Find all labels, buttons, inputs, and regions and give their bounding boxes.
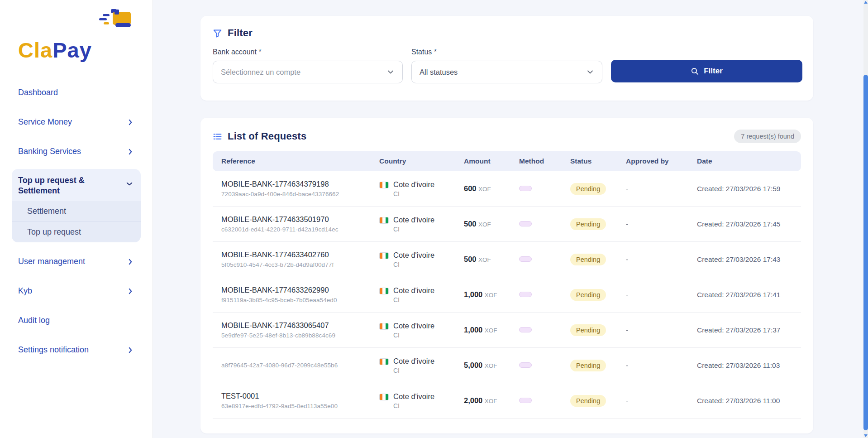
method-pill (519, 327, 532, 332)
reference-id: TEST-0001 (221, 392, 374, 400)
table-row[interactable]: MOBILE-BANK-1774633402760 5f05c910-4547-… (213, 242, 801, 277)
amount-value: 500 (464, 255, 477, 263)
column-header-country: Country (379, 157, 464, 165)
reference-id: MOBILE-BANK-1774634379198 (221, 180, 374, 188)
country-cell: Cote d'ivoire CI (379, 251, 464, 268)
sidebar-group-topup-settlement: Top up request & Settlement Settlement T… (12, 169, 141, 242)
amount-cell: 1,000 XOF (464, 290, 519, 299)
reference-cell: MOBILE-BANK-1774633262990 f915119a-3b85-… (221, 286, 379, 303)
list-icon (213, 132, 222, 141)
status-select-value: All statuses (420, 68, 458, 77)
amount-value: 1,000 (464, 326, 482, 334)
sidebar-item-label: Dashboard (18, 88, 58, 97)
reference-cell: MOBILE-BANK-1774633065407 5e9dfe97-5e25-… (221, 321, 379, 339)
sidebar-item-audit-log[interactable]: Audit log (12, 311, 141, 330)
sidebar-item-kyb[interactable]: Kyb (12, 282, 141, 300)
table-row[interactable]: a8f79645-42a7-4080-96d7-2099c48e55b6 Cot… (213, 348, 801, 383)
country-name: Cote d'ivoire (393, 251, 434, 260)
sidebar-item-banking-services[interactable]: Banking Services (12, 142, 141, 161)
column-header-method: Method (519, 157, 570, 165)
sidebar-item-settings-notification[interactable]: Settings notification (12, 341, 141, 359)
amount-value: 5,000 (464, 361, 482, 369)
table-row[interactable]: MOBILE-BANK-1774633262990 f915119a-3b85-… (213, 277, 801, 313)
clapay-logo-icon (98, 9, 133, 35)
sidebar-item-label: Top up request (27, 227, 81, 236)
status-field-group: Status * All statuses (411, 48, 602, 83)
date-cell: Created: 27/03/2026 17:43 (697, 255, 801, 264)
date-cell: Created: 27/03/2026 17:45 (697, 220, 801, 228)
method-pill (519, 256, 532, 262)
scrollbar-arrow-down-icon[interactable] (864, 434, 868, 437)
country-name: Cote d'ivoire (393, 180, 434, 189)
amount-cell: 5,000 XOF (464, 361, 519, 370)
scrollbar-arrow-up-icon[interactable] (864, 1, 868, 4)
cote-divoire-flag-icon (379, 394, 389, 400)
sidebar-item-topup-settlement[interactable]: Top up request & Settlement (12, 169, 141, 201)
sidebar-item-top-up-request[interactable]: Top up request (12, 222, 141, 242)
reference-uuid: 5e9dfe97-5e25-48ef-8b13-cb89b88c4c69 (221, 332, 374, 339)
chevron-right-icon (126, 258, 134, 266)
reference-uuid: a8f79645-42a7-4080-96d7-2099c48e55b6 (221, 362, 374, 369)
bank-account-label: Bank account * (213, 48, 403, 56)
table-row[interactable]: MOBILE-BANK-1774634379198 72039aac-0a9d-… (213, 171, 801, 207)
table-row[interactable]: TEST-0001 63e8917e-edfd-4792-9ad5-0ed113… (213, 383, 801, 419)
filter-button-group: Filter (611, 48, 802, 83)
sidebar-item-label: Banking Services (18, 147, 81, 156)
amount-currency: XOF (485, 362, 497, 369)
approved-by-cell: - (626, 291, 697, 298)
date-cell: Created: 27/03/2026 17:41 (697, 291, 801, 299)
clapay-wordmark: ClaPay (18, 38, 92, 63)
list-title: List of Requests (228, 130, 306, 142)
sidebar-item-settlement[interactable]: Settlement (12, 201, 141, 222)
date-cell: Created: 27/03/2026 17:59 (697, 185, 801, 193)
sidebar-item-user-management[interactable]: User management (12, 252, 141, 271)
table-header: Reference Country Amount Method Status A… (213, 151, 801, 171)
filter-button[interactable]: Filter (611, 60, 802, 82)
chevron-right-icon (126, 148, 134, 156)
vertical-scrollbar[interactable] (863, 0, 868, 438)
column-header-status: Status (570, 157, 626, 165)
sidebar: ClaPay Dashboard Service Money Banking S… (0, 0, 153, 438)
amount-value: 600 (464, 184, 477, 193)
table-body: MOBILE-BANK-1774634379198 72039aac-0a9d-… (213, 171, 801, 419)
status-cell: Pending (570, 289, 626, 301)
status-cell: Pending (570, 395, 626, 407)
country-name: Cote d'ivoire (393, 392, 434, 401)
sidebar-item-service-money[interactable]: Service Money (12, 113, 141, 131)
table-row[interactable]: MOBILE-BANK-1774633501970 c632001d-ed41-… (213, 207, 801, 242)
reference-uuid: 5f05c910-4547-4cc3-b72b-d4d9af00d77f (221, 261, 374, 268)
sidebar-item-label: Settlement (27, 207, 66, 216)
country-name: Cote d'ivoire (393, 286, 434, 295)
sidebar-item-label: Service Money (18, 117, 72, 127)
scrollbar-thumb[interactable] (863, 75, 868, 430)
approved-by-cell: - (626, 185, 697, 193)
reference-cell: MOBILE-BANK-1774633501970 c632001d-ed41-… (221, 215, 379, 233)
country-cell: Cote d'ivoire CI (379, 392, 464, 409)
cote-divoire-flag-icon (379, 217, 389, 224)
filter-panel: Filter Bank account * Sélectionnez un co… (200, 16, 813, 101)
bank-account-select[interactable]: Sélectionnez un compte (213, 61, 403, 83)
reference-id: MOBILE-BANK-1774633262990 (221, 286, 374, 294)
chevron-down-icon (386, 67, 395, 77)
country-code: CI (393, 261, 434, 268)
status-badge: Pending (570, 360, 606, 371)
reference-cell: MOBILE-BANK-1774634379198 72039aac-0a9d-… (221, 180, 379, 197)
clapay-logo[interactable]: ClaPay (18, 14, 124, 63)
status-badge: Pending (570, 254, 606, 265)
chevron-right-icon (126, 118, 134, 126)
country-code: CI (393, 226, 434, 233)
table-row[interactable]: MOBILE-BANK-1774633065407 5e9dfe97-5e25-… (213, 313, 801, 348)
amount-currency: XOF (485, 398, 497, 404)
sidebar-submenu: Settlement Top up request (12, 201, 141, 242)
bank-account-field-group: Bank account * Sélectionnez un compte (213, 48, 403, 83)
filter-title: Filter (228, 27, 253, 39)
sidebar-item-dashboard[interactable]: Dashboard (12, 83, 141, 102)
main-content: Filter Bank account * Sélectionnez un co… (153, 0, 868, 438)
approved-by-cell: - (626, 255, 697, 263)
method-pill (519, 362, 532, 368)
amount-cell: 600 XOF (464, 184, 519, 193)
status-select[interactable]: All statuses (411, 61, 602, 83)
status-cell: Pending (570, 254, 626, 265)
status-badge: Pending (570, 218, 606, 230)
sidebar-item-label: User management (18, 257, 85, 266)
